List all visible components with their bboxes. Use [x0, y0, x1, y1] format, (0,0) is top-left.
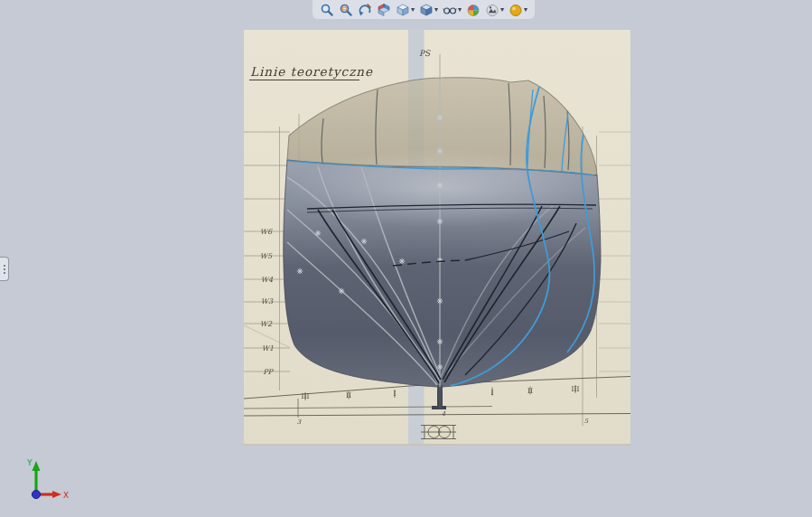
view-orientation-icon	[396, 3, 410, 17]
previous-view-button[interactable]	[357, 1, 373, 18]
frame-number: 5	[584, 418, 589, 425]
view-orientation-button[interactable]: ▾	[395, 1, 415, 18]
station-label: I	[491, 389, 494, 397]
zoom-to-area-button[interactable]	[338, 1, 354, 18]
station-label: III	[302, 392, 310, 400]
section-view-icon	[377, 3, 391, 17]
waterline-label: W3	[261, 297, 274, 306]
zoom-to-area-icon	[339, 3, 353, 17]
surface-highlight	[287, 148, 598, 228]
display-style-icon	[419, 3, 434, 17]
centerline-label: PS	[419, 49, 431, 58]
viewport-canvas[interactable]: Linie teoretyczne PS W6 W5 W4 W3 W2 W1 P…	[0, 0, 812, 517]
apply-scene-button[interactable]: ▾	[484, 1, 505, 18]
frame-number: 3	[297, 418, 302, 426]
view-settings-button[interactable]: ▾	[508, 1, 528, 18]
zoom-to-fit-button[interactable]	[319, 1, 335, 18]
dropdown-arrow-icon[interactable]: ▾	[434, 6, 438, 14]
previous-view-icon	[358, 3, 372, 17]
station-label: I	[394, 390, 397, 398]
display-style-button[interactable]: ▾	[418, 1, 439, 18]
y-axis-arrow	[33, 461, 41, 471]
dropdown-arrow-icon[interactable]: ▾	[411, 6, 415, 14]
feature-manager-collapsed-tab[interactable]	[0, 257, 9, 281]
view-settings-icon	[509, 3, 523, 17]
x-axis-label: X	[63, 491, 69, 500]
graphics-area[interactable]: Linie teoretyczne PS W6 W5 W4 W3 W2 W1 P…	[0, 0, 812, 517]
waterline-label: W4	[261, 276, 274, 284]
hide-show-items-button[interactable]: ▾	[442, 1, 462, 18]
station-label: II	[527, 387, 533, 395]
dropdown-arrow-icon[interactable]: ▾	[500, 6, 504, 14]
edit-appearance-button[interactable]	[465, 1, 481, 18]
dropdown-arrow-icon[interactable]: ▾	[524, 6, 527, 14]
dropdown-arrow-icon[interactable]: ▾	[458, 6, 462, 14]
heads-up-view-toolbar: ▾ ▾ ▾	[313, 0, 535, 19]
hide-show-items-icon	[443, 3, 457, 17]
section-view-button[interactable]	[376, 1, 392, 18]
waterline-label: W6	[260, 228, 273, 236]
waterline-label: PP	[263, 368, 274, 376]
waterline-label: W5	[260, 252, 273, 260]
x-axis-arrow	[52, 491, 61, 498]
apply-scene-icon	[485, 3, 499, 17]
drawing-title: Linie teoretyczne	[250, 64, 373, 79]
station-label: II	[346, 391, 351, 400]
station-label: III	[572, 385, 580, 393]
frame-number: 4	[442, 410, 446, 418]
zoom-to-fit-icon	[320, 3, 334, 17]
waterline-label: W1	[262, 344, 274, 352]
reference-triad: Y X	[16, 455, 70, 509]
hull-model[interactable]	[284, 78, 601, 409]
z-axis-origin-dot	[32, 490, 40, 498]
edit-appearance-icon	[466, 3, 481, 17]
y-axis-label: Y	[26, 458, 33, 467]
waterline-label: W2	[260, 320, 273, 328]
